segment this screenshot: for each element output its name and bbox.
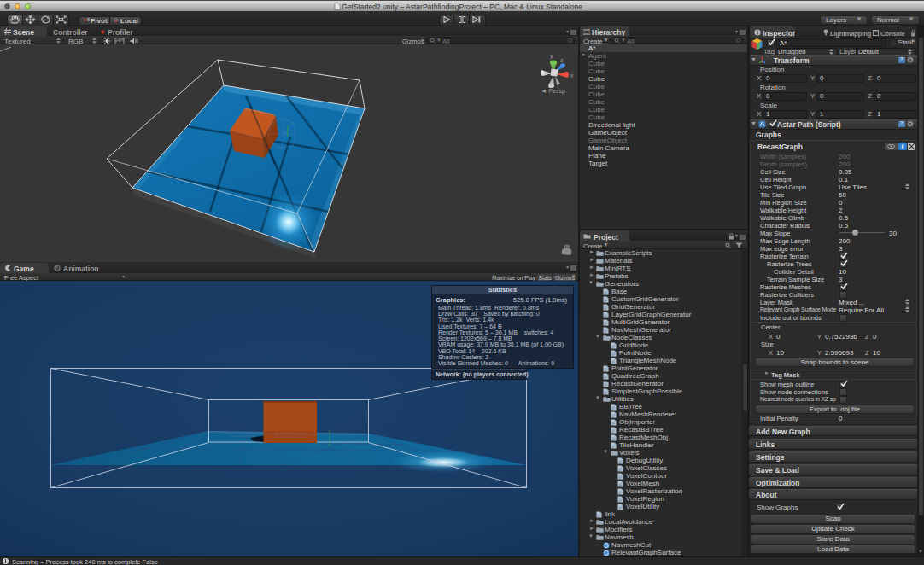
- svg-text:z: z: [560, 57, 564, 63]
- svg-text:y: y: [550, 53, 553, 60]
- svg-text:x: x: [570, 73, 574, 79]
